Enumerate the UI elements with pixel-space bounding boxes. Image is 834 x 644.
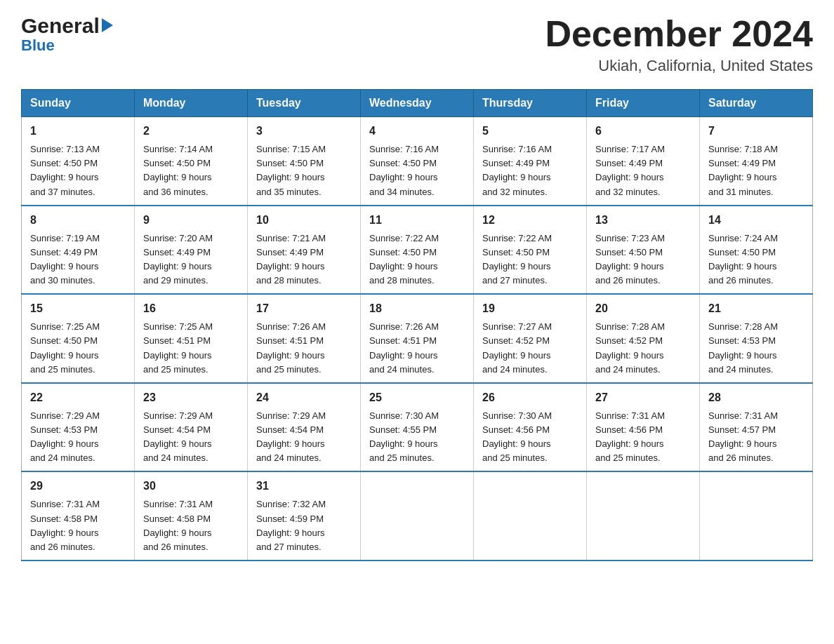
- day-info: Sunrise: 7:28 AMSunset: 4:53 PMDaylight:…: [708, 321, 778, 374]
- title-block: December 2024 Ukiah, California, United …: [545, 14, 813, 75]
- day-info: Sunrise: 7:30 AMSunset: 4:56 PMDaylight:…: [482, 410, 552, 463]
- day-number: 1: [30, 123, 126, 140]
- header-monday: Monday: [135, 90, 248, 117]
- day-number: 11: [369, 212, 465, 229]
- table-row: 5Sunrise: 7:16 AMSunset: 4:49 PMDaylight…: [474, 117, 587, 206]
- table-row: 3Sunrise: 7:15 AMSunset: 4:50 PMDaylight…: [248, 117, 361, 206]
- day-info: Sunrise: 7:32 AMSunset: 4:59 PMDaylight:…: [256, 499, 326, 551]
- day-info: Sunrise: 7:21 AMSunset: 4:49 PMDaylight:…: [256, 233, 326, 286]
- day-number: 25: [369, 389, 465, 406]
- table-row: 12Sunrise: 7:22 AMSunset: 4:50 PMDayligh…: [474, 206, 587, 295]
- table-row: 21Sunrise: 7:28 AMSunset: 4:53 PMDayligh…: [700, 294, 813, 383]
- logo: General Blue: [21, 14, 113, 55]
- day-number: 19: [482, 300, 578, 317]
- calendar-week-2: 8Sunrise: 7:19 AMSunset: 4:49 PMDaylight…: [22, 206, 813, 295]
- header-wednesday: Wednesday: [361, 90, 474, 117]
- day-info: Sunrise: 7:25 AMSunset: 4:51 PMDaylight:…: [143, 321, 213, 374]
- table-row: 16Sunrise: 7:25 AMSunset: 4:51 PMDayligh…: [135, 294, 248, 383]
- day-number: 18: [369, 300, 465, 317]
- table-row: 18Sunrise: 7:26 AMSunset: 4:51 PMDayligh…: [361, 294, 474, 383]
- day-info: Sunrise: 7:29 AMSunset: 4:54 PMDaylight:…: [143, 410, 213, 463]
- header-tuesday: Tuesday: [248, 90, 361, 117]
- day-number: 30: [143, 478, 239, 495]
- day-number: 26: [482, 389, 578, 406]
- day-number: 20: [595, 300, 691, 317]
- day-number: 15: [30, 300, 126, 317]
- logo-triangle-icon: [102, 18, 113, 32]
- table-row: 22Sunrise: 7:29 AMSunset: 4:53 PMDayligh…: [22, 383, 135, 472]
- day-number: 22: [30, 389, 126, 406]
- table-row: 14Sunrise: 7:24 AMSunset: 4:50 PMDayligh…: [700, 206, 813, 295]
- page-header: General Blue December 2024 Ukiah, Califo…: [21, 14, 813, 75]
- table-row: 25Sunrise: 7:30 AMSunset: 4:55 PMDayligh…: [361, 383, 474, 472]
- day-info: Sunrise: 7:31 AMSunset: 4:56 PMDaylight:…: [595, 410, 665, 463]
- day-info: Sunrise: 7:16 AMSunset: 4:49 PMDaylight:…: [482, 144, 552, 196]
- header-sunday: Sunday: [22, 90, 135, 117]
- logo-general-text: General: [21, 14, 100, 38]
- calendar-table: Sunday Monday Tuesday Wednesday Thursday…: [21, 89, 813, 561]
- page-title: December 2024: [545, 14, 813, 54]
- day-number: 12: [482, 212, 578, 229]
- day-number: 14: [708, 212, 804, 229]
- day-number: 24: [256, 389, 352, 406]
- day-info: Sunrise: 7:29 AMSunset: 4:53 PMDaylight:…: [30, 410, 100, 463]
- header-friday: Friday: [587, 90, 700, 117]
- day-number: 28: [708, 389, 804, 406]
- day-info: Sunrise: 7:22 AMSunset: 4:50 PMDaylight:…: [482, 233, 552, 286]
- day-info: Sunrise: 7:18 AMSunset: 4:49 PMDaylight:…: [708, 144, 778, 196]
- day-number: 13: [595, 212, 691, 229]
- calendar-week-3: 15Sunrise: 7:25 AMSunset: 4:50 PMDayligh…: [22, 294, 813, 383]
- table-row: 6Sunrise: 7:17 AMSunset: 4:49 PMDaylight…: [587, 117, 700, 206]
- calendar-week-5: 29Sunrise: 7:31 AMSunset: 4:58 PMDayligh…: [22, 471, 813, 561]
- day-info: Sunrise: 7:23 AMSunset: 4:50 PMDaylight:…: [595, 233, 665, 286]
- day-number: 2: [143, 123, 239, 140]
- calendar-week-1: 1Sunrise: 7:13 AMSunset: 4:50 PMDaylight…: [22, 117, 813, 206]
- day-info: Sunrise: 7:15 AMSunset: 4:50 PMDaylight:…: [256, 144, 326, 196]
- table-row: 27Sunrise: 7:31 AMSunset: 4:56 PMDayligh…: [587, 383, 700, 472]
- table-row: 8Sunrise: 7:19 AMSunset: 4:49 PMDaylight…: [22, 206, 135, 295]
- table-row: 20Sunrise: 7:28 AMSunset: 4:52 PMDayligh…: [587, 294, 700, 383]
- day-info: Sunrise: 7:31 AMSunset: 4:57 PMDaylight:…: [708, 410, 778, 463]
- day-number: 21: [708, 300, 804, 317]
- day-info: Sunrise: 7:25 AMSunset: 4:50 PMDaylight:…: [30, 321, 100, 374]
- day-info: Sunrise: 7:22 AMSunset: 4:50 PMDaylight:…: [369, 233, 439, 286]
- day-number: 5: [482, 123, 578, 140]
- table-row: 7Sunrise: 7:18 AMSunset: 4:49 PMDaylight…: [700, 117, 813, 206]
- day-info: Sunrise: 7:29 AMSunset: 4:54 PMDaylight:…: [256, 410, 326, 463]
- table-row: 17Sunrise: 7:26 AMSunset: 4:51 PMDayligh…: [248, 294, 361, 383]
- day-info: Sunrise: 7:26 AMSunset: 4:51 PMDaylight:…: [256, 321, 326, 374]
- table-row: 9Sunrise: 7:20 AMSunset: 4:49 PMDaylight…: [135, 206, 248, 295]
- table-row: [700, 471, 813, 561]
- table-row: 19Sunrise: 7:27 AMSunset: 4:52 PMDayligh…: [474, 294, 587, 383]
- header-thursday: Thursday: [474, 90, 587, 117]
- day-number: 31: [256, 478, 352, 495]
- day-number: 10: [256, 212, 352, 229]
- day-info: Sunrise: 7:31 AMSunset: 4:58 PMDaylight:…: [30, 499, 100, 551]
- day-info: Sunrise: 7:13 AMSunset: 4:50 PMDaylight:…: [30, 144, 100, 196]
- day-number: 6: [595, 123, 691, 140]
- day-number: 17: [256, 300, 352, 317]
- page-subtitle: Ukiah, California, United States: [545, 57, 813, 75]
- table-row: 2Sunrise: 7:14 AMSunset: 4:50 PMDaylight…: [135, 117, 248, 206]
- day-info: Sunrise: 7:31 AMSunset: 4:58 PMDaylight:…: [143, 499, 213, 551]
- day-number: 27: [595, 389, 691, 406]
- table-row: [474, 471, 587, 561]
- day-number: 7: [708, 123, 804, 140]
- table-row: 24Sunrise: 7:29 AMSunset: 4:54 PMDayligh…: [248, 383, 361, 472]
- day-info: Sunrise: 7:28 AMSunset: 4:52 PMDaylight:…: [595, 321, 665, 374]
- day-info: Sunrise: 7:26 AMSunset: 4:51 PMDaylight:…: [369, 321, 439, 374]
- calendar-header-row: Sunday Monday Tuesday Wednesday Thursday…: [22, 90, 813, 117]
- table-row: 1Sunrise: 7:13 AMSunset: 4:50 PMDaylight…: [22, 117, 135, 206]
- day-info: Sunrise: 7:16 AMSunset: 4:50 PMDaylight:…: [369, 144, 439, 196]
- table-row: 15Sunrise: 7:25 AMSunset: 4:50 PMDayligh…: [22, 294, 135, 383]
- day-info: Sunrise: 7:14 AMSunset: 4:50 PMDaylight:…: [143, 144, 213, 196]
- table-row: 10Sunrise: 7:21 AMSunset: 4:49 PMDayligh…: [248, 206, 361, 295]
- table-row: 31Sunrise: 7:32 AMSunset: 4:59 PMDayligh…: [248, 471, 361, 561]
- day-number: 9: [143, 212, 239, 229]
- logo-blue-text: Blue: [21, 36, 55, 55]
- day-number: 8: [30, 212, 126, 229]
- day-info: Sunrise: 7:17 AMSunset: 4:49 PMDaylight:…: [595, 144, 665, 196]
- header-saturday: Saturday: [700, 90, 813, 117]
- day-info: Sunrise: 7:20 AMSunset: 4:49 PMDaylight:…: [143, 233, 213, 286]
- table-row: [587, 471, 700, 561]
